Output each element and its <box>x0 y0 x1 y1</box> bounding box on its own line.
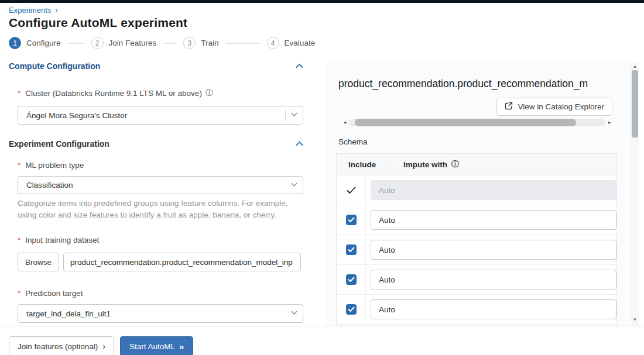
table-row: Auto <box>337 175 616 205</box>
input-training-dataset-field[interactable]: product_recommendation.product_recommend… <box>63 253 301 271</box>
chevron-down-icon <box>291 311 297 316</box>
scroll-up-icon[interactable]: ▲ <box>631 64 639 69</box>
include-column-header: Include <box>337 154 388 175</box>
ml-problem-type-value: Classification <box>26 181 285 189</box>
select-divider <box>285 110 286 120</box>
stepper: 1 Configure 2 Join Features 3 Train 4 Ev… <box>9 37 315 49</box>
step-3-circle: 3 <box>183 37 196 49</box>
step-4-circle: 4 <box>267 37 279 49</box>
chevron-down-icon <box>291 112 297 118</box>
step-3-label: Train <box>201 39 218 47</box>
dataset-preview-panel: product_recommendation.product_recommend… <box>326 61 639 326</box>
step-configure[interactable]: 1 Configure <box>9 37 61 49</box>
impute-with-column-header: Impute with <box>403 160 447 169</box>
schema-label: Schema <box>338 137 368 146</box>
compute-configuration-section-header[interactable]: Compute Configuration <box>9 61 303 71</box>
target-check-icon <box>346 185 357 195</box>
prediction-target-select[interactable]: target_ind_dela_fin_ult1 <box>18 304 303 323</box>
include-checkbox-checked[interactable] <box>346 215 357 225</box>
step-evaluate[interactable]: 4 Evaluate <box>267 37 316 49</box>
join-features-button[interactable]: Join features (optional) › <box>9 336 114 355</box>
impute-select[interactable]: Auto <box>371 210 616 230</box>
cluster-select-value: Ángel Mora Segura's Cluster <box>26 111 279 120</box>
prediction-target-value: target_ind_dela_fin_ult1 <box>26 309 285 318</box>
collapse-chevron-icon[interactable] <box>296 63 303 70</box>
scroll-left-icon[interactable]: ◂ <box>342 119 348 125</box>
step-2-circle: 2 <box>91 37 104 49</box>
step-1-circle: 1 <box>9 37 21 49</box>
info-icon[interactable]: ⓘ <box>205 88 213 98</box>
step-connector <box>163 43 176 44</box>
required-marker: * <box>18 161 20 170</box>
browse-button[interactable]: Browse <box>18 253 59 271</box>
experiment-configuration-title: Experiment Configuration <box>9 139 109 149</box>
start-automl-label: Start AutoML <box>129 342 175 351</box>
start-automl-button[interactable]: Start AutoML » <box>120 336 193 355</box>
cluster-field-label: * Cluster (Databricks Runtime 9.1 LTS ML… <box>18 88 213 98</box>
table-row: Auto <box>337 205 616 235</box>
impute-select[interactable]: Auto <box>371 270 616 289</box>
vertical-scrollbar[interactable]: ▲ ▼ <box>631 61 639 326</box>
table-row: Auto <box>337 265 616 295</box>
input-training-dataset-label: * Input training dataset <box>18 236 99 244</box>
chevron-down-icon <box>291 182 297 188</box>
step-2-label: Join Features <box>109 39 157 47</box>
horizontal-scrollbar-thumb[interactable] <box>355 119 576 126</box>
view-in-catalog-explorer-label: View in Catalog Explorer <box>518 102 604 111</box>
impute-select[interactable]: Auto <box>371 240 616 260</box>
experiment-configuration-section-header[interactable]: Experiment Configuration <box>9 139 303 149</box>
scroll-down-icon[interactable]: ▼ <box>631 317 639 322</box>
collapse-chevron-icon[interactable] <box>296 140 303 147</box>
breadcrumb-experiments-link[interactable]: Experiments <box>9 6 51 15</box>
include-checkbox-checked[interactable] <box>346 274 357 285</box>
dataset-preview-title: product_recommendation.product_recommend… <box>338 78 612 90</box>
ml-problem-type-select[interactable]: Classification <box>18 176 303 194</box>
breadcrumb-chevron-icon: › <box>55 5 58 15</box>
external-link-icon <box>505 102 513 112</box>
impute-select-disabled: Auto <box>371 180 616 200</box>
double-chevron-icon: » <box>179 342 184 351</box>
impute-select[interactable]: Auto <box>371 299 616 319</box>
schema-table-header: Include Impute with ⓘ <box>337 154 616 175</box>
table-row: Auto <box>337 295 616 325</box>
step-connector <box>68 43 84 44</box>
step-1-label: Configure <box>26 39 61 47</box>
step-join-features[interactable]: 2 Join Features <box>91 37 157 49</box>
step-connector <box>226 43 260 44</box>
breadcrumb: Experiments › <box>9 5 58 15</box>
horizontal-scrollbar-track[interactable] <box>349 119 605 126</box>
page-title: Configure AutoML experiment <box>9 16 187 30</box>
required-marker: * <box>18 289 20 298</box>
top-accent-bar <box>0 0 644 3</box>
prediction-target-label: * Prediction target <box>18 289 83 298</box>
vertical-scrollbar-thumb[interactable] <box>632 70 638 137</box>
info-icon[interactable]: ⓘ <box>451 159 459 170</box>
step-train[interactable]: 3 Train <box>183 37 218 49</box>
ml-problem-type-help-text: Categorize items into predefined groups … <box>18 198 300 221</box>
chevron-right-icon: › <box>102 342 105 351</box>
step-4-label: Evaluate <box>285 39 316 47</box>
ml-problem-type-label: * ML problem type <box>18 161 84 170</box>
include-checkbox-checked[interactable] <box>346 244 357 255</box>
schema-table: Include Impute with ⓘ Auto <box>336 153 617 325</box>
required-marker: * <box>18 236 20 244</box>
required-marker: * <box>18 89 20 98</box>
include-checkbox-checked[interactable] <box>346 304 357 315</box>
footer-bar: Join features (optional) › Start AutoML … <box>0 326 644 355</box>
view-in-catalog-explorer-button[interactable]: View in Catalog Explorer <box>496 98 612 116</box>
cluster-select[interactable]: Ángel Mora Segura's Cluster <box>18 106 303 125</box>
compute-configuration-title: Compute Configuration <box>9 61 100 71</box>
horizontal-scrollbar[interactable]: ◂ ▸ <box>342 118 612 126</box>
table-row: Auto <box>337 235 616 265</box>
join-features-label: Join features (optional) <box>18 342 98 351</box>
scroll-right-icon[interactable]: ▸ <box>607 119 612 125</box>
